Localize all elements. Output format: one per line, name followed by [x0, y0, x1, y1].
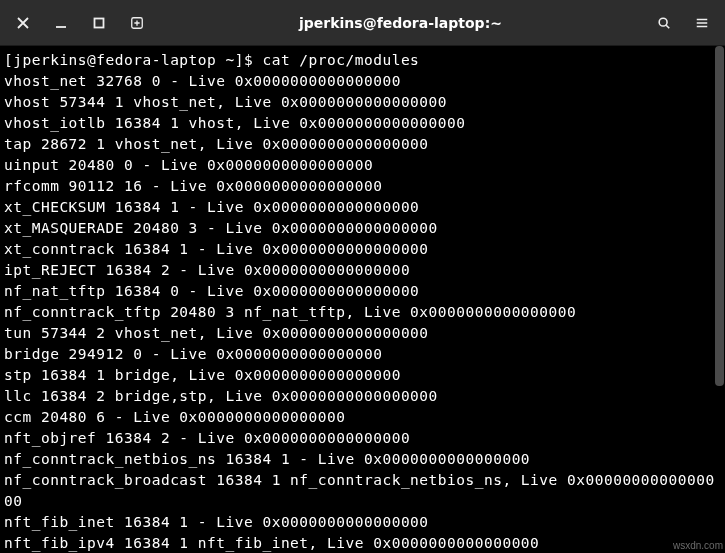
output-line: ipt_REJECT 16384 2 - Live 0x000000000000…	[4, 262, 410, 278]
search-icon	[657, 16, 671, 30]
output-line: vhost 57344 1 vhost_net, Live 0x00000000…	[4, 94, 447, 110]
svg-rect-0	[95, 18, 104, 27]
scrollbar-thumb[interactable]	[715, 46, 724, 386]
output-line: nft_fib_inet 16384 1 - Live 0x0000000000…	[4, 514, 429, 530]
output-line: vhost_iotlb 16384 1 vhost, Live 0x000000…	[4, 115, 466, 131]
output-line: nf_conntrack_tftp 20480 3 nf_nat_tftp, L…	[4, 304, 576, 320]
output-line: nf_conntrack_broadcast 16384 1 nf_conntr…	[4, 472, 715, 509]
prompt: [jperkins@fedora-laptop ~]$ cat /proc/mo…	[4, 52, 419, 68]
new-tab-icon	[130, 16, 144, 30]
maximize-button[interactable]	[82, 6, 116, 40]
output-line: uinput 20480 0 - Live 0x0000000000000000	[4, 157, 373, 173]
window-title: jperkins@fedora-laptop:~	[299, 15, 502, 31]
new-tab-button[interactable]	[120, 6, 154, 40]
output-line: nf_conntrack_netbios_ns 16384 1 - Live 0…	[4, 451, 530, 467]
output-line: tun 57344 2 vhost_net, Live 0x0000000000…	[4, 325, 429, 341]
output-line: stp 16384 1 bridge, Live 0x0000000000000…	[4, 367, 401, 383]
minimize-icon	[54, 16, 68, 30]
titlebar-right-controls	[647, 6, 719, 40]
search-button[interactable]	[647, 6, 681, 40]
output-line: xt_CHECKSUM 16384 1 - Live 0x00000000000…	[4, 199, 419, 215]
hamburger-icon	[695, 16, 709, 30]
output-line: nft_objref 16384 2 - Live 0x000000000000…	[4, 430, 410, 446]
prompt-userhost: [jperkins@fedora-laptop ~]$	[4, 52, 262, 68]
terminal-area[interactable]: [jperkins@fedora-laptop ~]$ cat /proc/mo…	[0, 46, 725, 553]
close-button[interactable]	[6, 6, 40, 40]
maximize-icon	[92, 16, 106, 30]
menu-button[interactable]	[685, 6, 719, 40]
output-line: llc 16384 2 bridge,stp, Live 0x000000000…	[4, 388, 438, 404]
output-line: bridge 294912 0 - Live 0x000000000000000…	[4, 346, 382, 362]
output-line: nft_fib_ipv4 16384 1 nft_fib_inet, Live …	[4, 535, 539, 551]
output-line: vhost_net 32768 0 - Live 0x0000000000000…	[4, 73, 401, 89]
output-line: rfcomm 90112 16 - Live 0x000000000000000…	[4, 178, 382, 194]
titlebar-left-controls	[6, 6, 154, 40]
prompt-command: cat /proc/modules	[262, 52, 419, 68]
svg-point-2	[659, 18, 667, 26]
output-line: xt_MASQUERADE 20480 3 - Live 0x000000000…	[4, 220, 438, 236]
watermark: wsxdn.com	[673, 540, 723, 551]
minimize-button[interactable]	[44, 6, 78, 40]
titlebar: jperkins@fedora-laptop:~	[0, 0, 725, 46]
output-line: ccm 20480 6 - Live 0x0000000000000000	[4, 409, 346, 425]
output-line: nf_nat_tftp 16384 0 - Live 0x00000000000…	[4, 283, 419, 299]
scrollbar-track[interactable]	[715, 46, 724, 553]
output-line: xt_conntrack 16384 1 - Live 0x0000000000…	[4, 241, 429, 257]
close-icon	[16, 16, 30, 30]
output-line: tap 28672 1 vhost_net, Live 0x0000000000…	[4, 136, 429, 152]
